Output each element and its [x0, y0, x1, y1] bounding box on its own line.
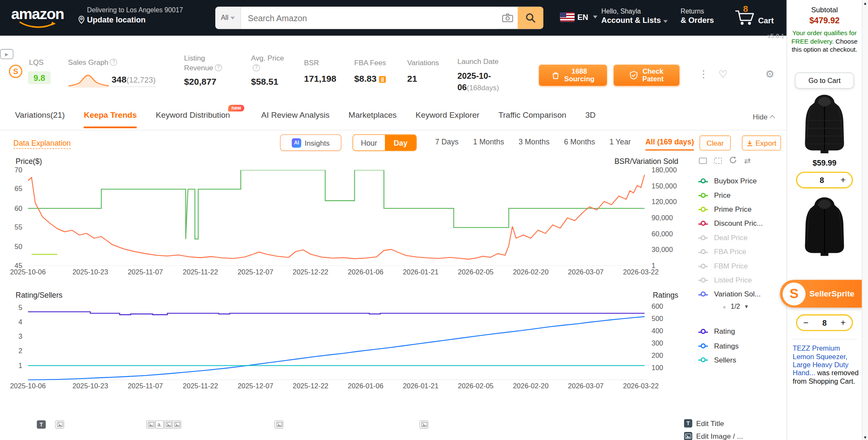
- legend-item-sellers[interactable]: Sellers: [698, 353, 783, 367]
- search-input[interactable]: [241, 7, 498, 29]
- settings-gear-icon[interactable]: ⚙: [765, 69, 774, 79]
- sourcing-1688-button[interactable]: 1688Sourcing: [539, 65, 607, 86]
- more-options-icon[interactable]: ⋮: [698, 69, 709, 79]
- legend-label: Prime Price: [714, 205, 751, 213]
- legend-marker: [701, 343, 706, 348]
- search-icon: [525, 12, 536, 23]
- legend-item-price[interactable]: Price: [698, 188, 783, 202]
- range-options: 7 Days1 Months3 Months6 Months1 YearAll …: [435, 138, 694, 150]
- help-icon[interactable]: ?: [110, 58, 117, 66]
- marker-text[interactable]: a.: [155, 420, 164, 429]
- sellersprite-brand-badge[interactable]: S SellerSprite: [780, 280, 862, 308]
- image-marker-icon: [421, 421, 427, 427]
- range-3-months[interactable]: 3 Months: [518, 138, 549, 150]
- calculator-icon[interactable]: [379, 75, 386, 86]
- range-1-year[interactable]: 1 Year: [609, 138, 631, 150]
- favorite-icon[interactable]: ♡: [718, 69, 727, 79]
- series-rating: [28, 312, 645, 315]
- legend-marker: [701, 221, 706, 226]
- help-icon[interactable]: ?: [215, 64, 222, 71]
- price-bsr-plot[interactable]: [28, 170, 648, 266]
- account-menu[interactable]: Hello, Shayla Account & Lists: [601, 7, 668, 25]
- zoom-select-icon[interactable]: [699, 158, 707, 163]
- y-tick-left: 1: [18, 362, 22, 369]
- data-explanation-link[interactable]: Data Explanation: [14, 139, 71, 149]
- marker-image[interactable]: [420, 420, 428, 429]
- scrollbar[interactable]: ▲ ▼: [862, 0, 868, 440]
- cart-item-image-coat[interactable]: [799, 195, 849, 257]
- increase-quantity-button[interactable]: +: [840, 176, 846, 185]
- compare-icon[interactable]: ⇄: [744, 157, 751, 164]
- tab-3d[interactable]: 3D: [585, 106, 595, 127]
- amazon-logo[interactable]: amazon: [11, 6, 72, 30]
- legend-item-listed-price[interactable]: Listed Price: [698, 273, 783, 287]
- rating-plot[interactable]: [28, 304, 648, 380]
- camera-icon[interactable]: [498, 7, 517, 29]
- x-tick: 2025-12-22: [293, 268, 328, 276]
- marker-image[interactable]: [55, 420, 64, 429]
- search-button[interactable]: [517, 7, 543, 29]
- ai-insights-button[interactable]: AI Insights: [280, 134, 342, 151]
- marker-image[interactable]: [164, 420, 173, 429]
- go-to-cart-button[interactable]: Go to Cart: [795, 72, 854, 89]
- tab-keyword-explorer[interactable]: Keyword Explorer: [416, 106, 480, 127]
- scroll-down-arrow[interactable]: ▼: [862, 435, 868, 439]
- legend-item-rating[interactable]: Rating: [698, 324, 783, 338]
- decrease-quantity-button[interactable]: −: [803, 318, 808, 327]
- legend-item-prime-price[interactable]: Prime Price: [698, 202, 783, 216]
- range-all-169-days[interactable]: All (169 days): [645, 138, 694, 150]
- tab-ai-review-analysis[interactable]: AI Review Analysis: [261, 106, 329, 127]
- subtotal-label: Subtotal: [787, 6, 862, 14]
- cart-item-image-jacket[interactable]: [799, 92, 849, 155]
- stat-fba-fees: FBA Fees $8.83: [354, 58, 386, 85]
- marker-title[interactable]: T: [37, 420, 46, 429]
- x-tick: 2025-11-07: [128, 382, 163, 390]
- check-patent-button[interactable]: CheckPatent: [614, 65, 679, 86]
- tab-marketplaces[interactable]: Marketplaces: [348, 106, 397, 127]
- hide-panel-button[interactable]: Hide: [753, 113, 774, 121]
- tab-variations-21[interactable]: Variations(21): [15, 106, 65, 127]
- video-tutorial-icon[interactable]: ▶: [0, 49, 14, 59]
- range-6-months[interactable]: 6 Months: [564, 138, 595, 150]
- y-tick-left: 2: [18, 347, 22, 355]
- reset-zoom-icon[interactable]: [729, 156, 737, 165]
- chevron-up-icon: [770, 115, 775, 120]
- legend-marker: [701, 235, 706, 240]
- tab-traffic-comparison[interactable]: Traffic Comparison: [498, 106, 566, 127]
- legend-item-deal-price[interactable]: Deal Price: [698, 230, 783, 244]
- edit-title-button[interactable]: T Edit Title: [684, 417, 743, 430]
- help-icon[interactable]: ?: [253, 64, 260, 71]
- tab-label: Keyword Distribution: [156, 111, 230, 119]
- cart-button[interactable]: 8 Cart: [734, 6, 773, 25]
- legend-label: Deal Price: [714, 233, 748, 242]
- increase-quantity-button[interactable]: +: [840, 318, 846, 327]
- tab-keepa-trends[interactable]: Keepa Trends: [84, 106, 137, 128]
- export-button[interactable]: Export: [742, 136, 781, 151]
- zoom-select-alt-icon[interactable]: [714, 158, 722, 163]
- edit-image-button[interactable]: Edit Image / ...: [684, 430, 743, 440]
- scroll-up-arrow[interactable]: ▲: [862, 1, 868, 5]
- legend-item-ratings[interactable]: Ratings: [698, 338, 783, 352]
- delivery-location[interactable]: Delivering to Los Angeles 90017 Update l…: [78, 6, 183, 24]
- range-1-months[interactable]: 1 Months: [473, 138, 504, 150]
- toggle-hour[interactable]: Hour: [353, 135, 385, 151]
- legend-item-discount-pric[interactable]: Discount Pric...: [698, 216, 783, 230]
- marker-image[interactable]: [275, 420, 284, 429]
- search-category-dropdown[interactable]: All: [215, 7, 241, 29]
- legend-item-buybox-price[interactable]: Buybox Price: [698, 174, 783, 188]
- amazon-smile-icon: [19, 21, 58, 29]
- right-axis-title: Ratings: [653, 291, 678, 299]
- marker-image[interactable]: [146, 420, 155, 429]
- export-label: Export: [755, 139, 776, 147]
- marker-image[interactable]: [172, 420, 181, 429]
- sales-value[interactable]: 348(12,723): [111, 75, 156, 87]
- language-label: EN: [577, 13, 588, 22]
- clear-button[interactable]: Clear: [700, 136, 731, 151]
- range-7-days[interactable]: 7 Days: [435, 138, 459, 150]
- returns-orders[interactable]: Returns & Orders: [681, 7, 714, 25]
- language-selector[interactable]: EN: [560, 12, 598, 22]
- legend-item-fbm-price[interactable]: FBM Price: [698, 259, 783, 273]
- toggle-day[interactable]: Day: [385, 135, 416, 151]
- legend-item-fba-price[interactable]: FBA Price: [698, 245, 783, 259]
- tab-keyword-distribution[interactable]: Keyword Distributionnew: [156, 106, 230, 127]
